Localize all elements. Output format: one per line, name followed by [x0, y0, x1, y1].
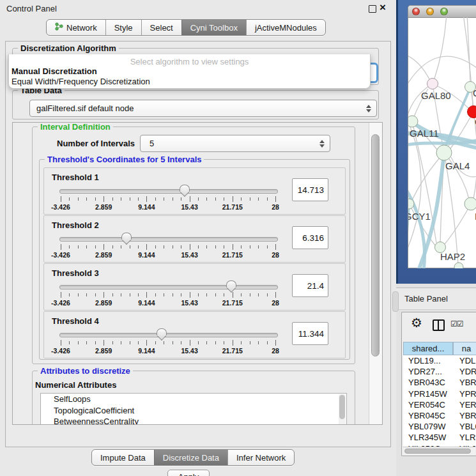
- table-row[interactable]: YBL079WYBL0: [403, 421, 476, 432]
- table-panel-title: Table Panel: [404, 294, 448, 303]
- slider-thumb[interactable]: [180, 185, 190, 192]
- network-canvas[interactable]: GAL80GACGAL11GAL4GCY1HHAP2: [408, 17, 476, 268]
- close-traffic-light-icon[interactable]: [412, 8, 420, 15]
- panel-title: Control Panel: [6, 4, 57, 13]
- table-row[interactable]: YPR145WYPR1: [403, 388, 476, 399]
- cell-name: YPR1: [459, 389, 476, 399]
- numerical-attributes-list[interactable]: SelfLoopsTopologicalCoefficientBetweenne…: [40, 393, 347, 425]
- tick-label: 28: [272, 347, 279, 355]
- control-panel-window: Control Panel × NetworkStyleSelectCyni T…: [0, 0, 396, 476]
- h-node[interactable]: [464, 197, 476, 210]
- slider-ticks: [61, 292, 275, 298]
- threshold-value-field[interactable]: 21.4: [292, 274, 328, 297]
- column-header-2[interactable]: na: [453, 342, 476, 355]
- cell-shared-name: YER054C: [408, 400, 445, 410]
- table-row[interactable]: YDR27...YDR2: [403, 366, 476, 377]
- tick-label: -3.426: [51, 251, 70, 259]
- thresholds-group: Threshold's Coordinates for 5 Intervals …: [39, 159, 350, 360]
- cell-name: YDL1: [459, 356, 476, 365]
- table-row[interactable]: YBR043CYBR0: [403, 377, 476, 388]
- slider-tick-labels: -3.4262.8599.14415.4321.71528: [61, 203, 275, 211]
- number-of-intervals-combobox[interactable]: 5: [140, 135, 330, 152]
- cell-shared-name: YDR27...: [408, 367, 442, 376]
- bottom-node[interactable]: [454, 263, 463, 268]
- app-root: Control Panel × NetworkStyleSelectCyni T…: [0, 0, 476, 476]
- node-label: GAL4: [445, 160, 470, 171]
- split-columns-icon[interactable]: [433, 319, 445, 331]
- close-icon[interactable]: ×: [380, 1, 386, 14]
- tick-label: -3.426: [51, 299, 70, 307]
- tick-label: 9.144: [138, 251, 155, 259]
- table-row[interactable]: YBR045CYBR0: [403, 410, 476, 421]
- tab-select[interactable]: Select: [141, 20, 181, 35]
- attributes-group: Attributes to discretize Numerical Attri…: [32, 371, 355, 425]
- list-scrollbar[interactable]: [339, 394, 346, 425]
- tick-label: 21.715: [222, 251, 243, 259]
- slider-thumb[interactable]: [121, 233, 132, 240]
- node-label: GAL80: [421, 90, 451, 101]
- slider-tick-labels: -3.4262.8599.14415.4321.71528: [61, 347, 275, 355]
- tick-label: 28: [272, 299, 279, 307]
- tab-cyni-toolbox[interactable]: Cyni Toolbox: [181, 20, 246, 35]
- horizontal-scrollbar[interactable]: [403, 447, 475, 455]
- tick-label: 9.144: [138, 299, 155, 307]
- threshold-row-1: Threshold 1-3.4262.8599.14415.4321.71528…: [43, 167, 346, 215]
- tick-label: 21.715: [222, 203, 243, 211]
- gal11-node[interactable]: [408, 116, 418, 127]
- threshold-value-field[interactable]: 6.316: [292, 226, 328, 249]
- table-row[interactable]: YER054CYER0: [403, 399, 476, 410]
- attribute-list-item[interactable]: TopologicalCoefficient: [41, 405, 346, 417]
- tab-impute-data[interactable]: Impute Data: [92, 450, 154, 465]
- threshold-label: Threshold 1: [52, 173, 99, 182]
- splitter-handle[interactable]: [392, 291, 399, 312]
- slider-thumb[interactable]: [157, 328, 167, 335]
- scrollbar-thumb[interactable]: [404, 449, 471, 454]
- network-window-titlebar[interactable]: [408, 6, 476, 18]
- attribute-list-item[interactable]: SelfLoops: [41, 394, 346, 405]
- tick-label: 9.144: [138, 203, 155, 211]
- cell-shared-name: YBL079W: [408, 422, 446, 431]
- slider-track[interactable]: [59, 285, 278, 289]
- tab-jactivemnodules[interactable]: jActiveMNodules: [246, 20, 325, 35]
- tick-label: 2.859: [95, 203, 112, 211]
- apply-button[interactable]: Apply: [167, 470, 210, 476]
- slider-track[interactable]: [59, 189, 278, 194]
- vertical-scrollbar[interactable]: [369, 123, 382, 424]
- table-row[interactable]: YLR345WYLR3: [403, 432, 476, 443]
- maximize-traffic-light-icon[interactable]: [440, 8, 448, 15]
- tick-label: 15.43: [181, 299, 197, 307]
- tab-infer-network[interactable]: Infer Network: [227, 450, 294, 465]
- minimize-traffic-light-icon[interactable]: [426, 8, 434, 15]
- slider-track[interactable]: [59, 333, 278, 337]
- float-window-icon[interactable]: [369, 5, 376, 13]
- slider-ticks: [61, 340, 275, 346]
- tab-label: Network: [66, 23, 97, 33]
- dropdown-option-manual[interactable]: Manual Discretization: [12, 66, 97, 76]
- table-rows: YDL19...YDL1YDR27...YDR2YBR043CYBR0YPR14…: [403, 355, 476, 447]
- settings-scroll-viewport: Interval Definition Number of Intervals …: [12, 122, 383, 425]
- threshold-row-4: Threshold 4-3.4262.8599.14415.4321.71528…: [43, 311, 346, 358]
- attribute-list-item[interactable]: BetweennessCentrality: [41, 416, 346, 425]
- slider-track[interactable]: [59, 237, 278, 242]
- scrollbar-thumb[interactable]: [371, 134, 380, 357]
- group-title: Interval Definition: [38, 122, 113, 132]
- dropdown-option-equal-width[interactable]: Equal Width/Frequency Discretization: [12, 77, 150, 86]
- gear-icon[interactable]: ⚙: [411, 315, 422, 330]
- table-data-combobox[interactable]: galFiltered.sif default node: [29, 100, 377, 117]
- select-columns-checkbox-icons[interactable]: ☑☑: [450, 319, 463, 328]
- threshold-value-field[interactable]: 11.344: [292, 322, 328, 345]
- tab-network[interactable]: Network: [47, 20, 105, 35]
- tick-label: 9.144: [138, 347, 155, 355]
- table-row[interactable]: YDL19...YDL1: [403, 355, 476, 366]
- threshold-label: Threshold 4: [52, 316, 99, 326]
- threshold-value-field[interactable]: 14.713: [292, 178, 328, 201]
- tick-label: 2.859: [95, 251, 112, 259]
- column-header-1[interactable]: shared...: [403, 342, 453, 355]
- slider-thumb[interactable]: [226, 280, 236, 288]
- tab-discretize-data[interactable]: Discretize Data: [154, 450, 227, 465]
- gal4-node[interactable]: [436, 145, 452, 160]
- tab-style[interactable]: Style: [105, 20, 141, 35]
- bottom-tab-bar: Impute DataDiscretize DataInfer Network: [91, 449, 295, 466]
- gal80-node[interactable]: [427, 79, 438, 89]
- network-view-window: GAL80GACGAL11GAL4GCY1HHAP2: [408, 5, 476, 268]
